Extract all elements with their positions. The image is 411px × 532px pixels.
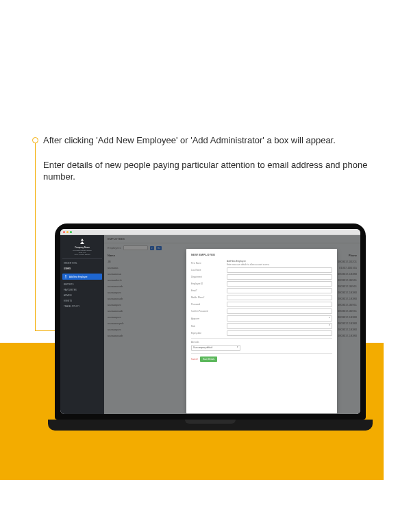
callout-line-1: After clicking 'Add New Employee' or 'Ad… xyxy=(43,134,372,147)
nav-users[interactable]: USERS xyxy=(62,266,102,271)
company-logo xyxy=(62,238,102,245)
modal-title: NEW EMPLOYEE xyxy=(191,253,332,256)
main-content: EMPLOYEES Employees ▾ Go Name Phone J xyxy=(104,235,360,414)
window-close-icon xyxy=(63,231,65,233)
nav-admins[interactable]: ADMINS xyxy=(62,293,102,298)
new-employee-modal: NEW EMPLOYEE First Name Add New Employee… xyxy=(186,249,337,413)
nav-events[interactable]: EVENTS xyxy=(62,298,102,304)
nav-reports[interactable]: REPORTS xyxy=(62,282,102,287)
nav-favourites[interactable]: FAVOURITES xyxy=(62,287,102,293)
email-input[interactable] xyxy=(227,288,332,293)
sidebar: Company Name 21 Packet Street London WC1… xyxy=(60,235,104,414)
window-max-icon xyxy=(70,231,72,233)
field-first-name-label: First Name xyxy=(191,262,224,265)
field-password-label: Password xyxy=(191,303,224,306)
modal-hint-title: Add New Employee xyxy=(227,260,332,263)
employee-id-input[interactable] xyxy=(227,281,332,287)
instruction-callout: After clicking 'Add New Employee' or 'Ad… xyxy=(43,134,372,195)
department-input[interactable] xyxy=(227,274,332,280)
field-approver-label: Approver xyxy=(191,317,224,320)
user-plus-icon xyxy=(64,275,68,278)
role-select[interactable] xyxy=(227,323,332,329)
field-mobile-label: Mobile Phone* xyxy=(191,296,224,299)
laptop-mockup: Company Name 21 Packet Street London WC1… xyxy=(48,223,373,429)
confirm-password-input[interactable] xyxy=(227,309,332,314)
field-expiry-label: Expiry date xyxy=(191,332,224,335)
field-confirm-label: Confirm Password xyxy=(191,310,224,313)
mobile-input[interactable] xyxy=(227,295,332,300)
field-last-name-label: Last Name xyxy=(191,269,224,271)
window-min-icon xyxy=(66,231,68,233)
modal-hint-sub: Enter new user details to allow account … xyxy=(227,263,332,266)
save-details-button[interactable]: Save Details xyxy=(200,356,217,362)
field-role-label: Role xyxy=(191,325,224,328)
browser-chrome xyxy=(60,229,360,235)
nav-order-tool[interactable]: ORDER TOOL xyxy=(62,261,102,266)
accruals-select[interactable]: Use company default xyxy=(191,345,240,351)
field-employee-id-label: Employee ID xyxy=(191,282,224,285)
browser-window: Company Name 21 Packet Street London WC1… xyxy=(60,229,360,414)
svg-point-0 xyxy=(65,276,66,277)
cancel-button[interactable]: Cancel xyxy=(191,358,197,361)
password-input[interactable] xyxy=(227,302,332,307)
callout-line-2: Enter details of new people paying parti… xyxy=(43,159,372,183)
expiry-input[interactable] xyxy=(227,330,332,336)
add-new-employee-button[interactable]: Add New Employee xyxy=(62,274,102,280)
accruals-label: Accruals xyxy=(191,341,332,343)
last-name-input[interactable] xyxy=(227,267,332,273)
field-department-label: Department xyxy=(191,276,224,278)
guide-line-vertical xyxy=(35,143,36,330)
company-name: Company Name xyxy=(62,246,102,249)
field-email-label: Email* xyxy=(191,289,224,292)
approver-select[interactable] xyxy=(227,315,332,322)
nav-policy[interactable]: TRAVEL POLICY xyxy=(62,304,102,309)
company-address: 21 Packet Street London WC1 4LL View Acc… xyxy=(62,250,102,256)
